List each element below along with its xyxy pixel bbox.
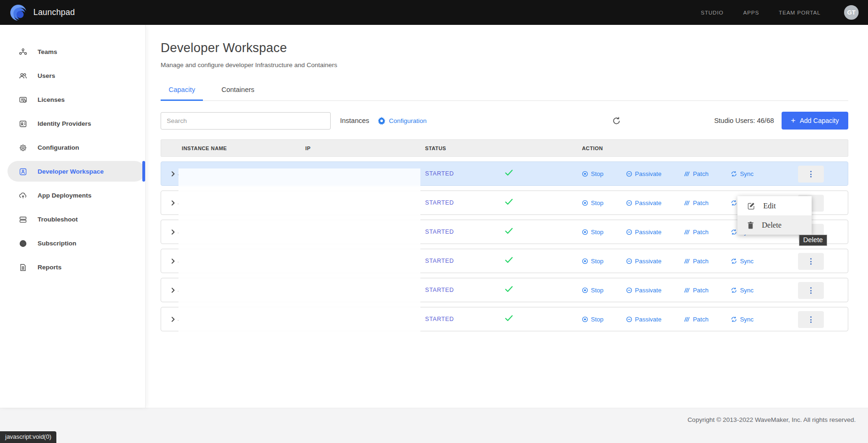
search-input[interactable] [161, 112, 331, 130]
svg-text:$: $ [22, 241, 24, 246]
redacted-text-fragment: .. [178, 200, 181, 205]
expand-chevron-icon[interactable] [170, 317, 176, 322]
passivate-action[interactable]: Passivate [626, 287, 661, 294]
patch-action[interactable]: Patch [684, 170, 708, 177]
tab-capacity[interactable]: Capacity [161, 81, 203, 101]
delete-trash-icon [747, 222, 754, 229]
sidebar-item-identity-providers[interactable]: Identity Providers [0, 112, 145, 136]
expand-chevron-icon[interactable] [170, 229, 176, 235]
page-title: Developer Workspace [161, 41, 848, 55]
nav-apps[interactable]: APPS [743, 10, 759, 15]
stop-icon [582, 171, 588, 177]
status-badge: STARTED [425, 199, 494, 206]
expand-chevron-icon[interactable] [170, 259, 176, 264]
sidebar-item-teams[interactable]: Teams [0, 40, 145, 64]
passivate-icon [626, 200, 632, 206]
sync-icon [731, 200, 737, 206]
menu-item-edit[interactable]: Edit [737, 196, 812, 215]
row-menu-button[interactable] [798, 253, 824, 270]
plus-icon: + [791, 116, 796, 125]
sync-icon [731, 229, 737, 235]
stop-action[interactable]: Stop [582, 199, 604, 206]
refresh-button[interactable] [612, 116, 621, 125]
status-badge: STARTED [425, 258, 494, 264]
patch-action[interactable]: Patch [684, 316, 708, 323]
sidebar-item-subscription[interactable]: $ Subscription [0, 231, 145, 255]
sync-action[interactable]: Sync [731, 316, 753, 323]
sync-icon [731, 316, 737, 322]
menu-item-label: Edit [763, 202, 776, 210]
sidebar-item-label: Teams [38, 48, 57, 55]
sidebar-item-app-deployments[interactable]: App Deployments [0, 183, 145, 207]
success-check-icon [494, 286, 582, 294]
table-header: INSTANCE NAME IP STATUS ACTION [161, 139, 848, 157]
sync-action[interactable]: Sync [731, 287, 753, 294]
redacted-text-fragment: .. [178, 229, 181, 234]
patch-action[interactable]: Patch [684, 258, 708, 265]
sidebar-item-configuration[interactable]: Configuration [0, 136, 145, 160]
patch-icon [684, 229, 690, 235]
refresh-icon [612, 116, 621, 125]
gear-icon [378, 117, 386, 125]
sync-icon [731, 258, 737, 264]
passivate-action[interactable]: Passivate [626, 258, 661, 265]
table-row: .. STARTED Stop Passivate Patch Sync [161, 249, 848, 273]
avatar[interactable]: GT [844, 5, 859, 20]
passivate-action[interactable]: Passivate [626, 229, 661, 236]
row-menu-button[interactable] [798, 166, 824, 183]
browser-status-bar: javascript:void(0) [0, 431, 56, 443]
stop-action[interactable]: Stop [582, 170, 604, 177]
stop-action[interactable]: Stop [582, 258, 604, 265]
sync-action[interactable]: Sync [731, 258, 753, 265]
stop-action[interactable]: Stop [582, 229, 604, 236]
sidebar-item-licenses[interactable]: Licenses [0, 88, 145, 112]
passivate-action[interactable]: Passivate [626, 170, 661, 177]
row-menu-button[interactable] [798, 282, 824, 299]
sync-action[interactable]: Sync [731, 170, 753, 177]
header-nav: STUDIO APPS TEAM PORTAL GT [701, 5, 859, 20]
troubleshoot-icon [19, 215, 27, 224]
expand-chevron-icon[interactable] [170, 200, 176, 206]
nav-team-portal[interactable]: TEAM PORTAL [779, 10, 821, 15]
expand-chevron-icon[interactable] [170, 288, 176, 293]
configuration-link[interactable]: Configuration [378, 117, 426, 125]
teams-icon [19, 48, 27, 56]
sidebar-item-label: App Deployments [38, 192, 92, 199]
expand-chevron-icon[interactable] [170, 171, 176, 176]
app-title: Launchpad [33, 8, 75, 17]
redacted-text-fragment: .. [178, 171, 181, 176]
sidebar-item-label: Configuration [38, 144, 79, 151]
patch-icon [684, 171, 690, 177]
studio-users-count: Studio Users: 46/68 [714, 117, 774, 124]
sidebar-item-reports[interactable]: Reports [0, 255, 145, 279]
passivate-icon [626, 287, 632, 293]
success-check-icon [494, 199, 582, 207]
patch-action[interactable]: Patch [684, 199, 708, 206]
stop-icon [582, 200, 588, 206]
patch-icon [684, 287, 690, 293]
stop-action[interactable]: Stop [582, 316, 604, 323]
row-menu-button[interactable] [798, 311, 824, 328]
tab-containers[interactable]: Containers [213, 81, 262, 100]
table-row: .. STARTED Stop Passivate Patch Sync [161, 307, 848, 331]
sidebar-item-label: Users [38, 72, 55, 79]
nav-studio[interactable]: STUDIO [701, 10, 723, 15]
sidebar-item-label: Identity Providers [38, 120, 91, 127]
column-status: STATUS [425, 145, 494, 151]
sidebar-item-users[interactable]: Users [0, 64, 145, 88]
add-capacity-button[interactable]: + Add Capacity [782, 112, 848, 130]
status-badge: STARTED [425, 287, 494, 293]
menu-item-delete[interactable]: Delete [737, 215, 812, 235]
passivate-action[interactable]: Passivate [626, 199, 661, 206]
column-instance-name: INSTANCE NAME [182, 145, 305, 151]
patch-action[interactable]: Patch [684, 287, 708, 294]
table-row: .. STARTED Stop Passivate Patch Sync [161, 161, 848, 186]
status-badge: STARTED [425, 316, 494, 322]
stop-action[interactable]: Stop [582, 287, 604, 294]
row-context-menu: Edit Delete [737, 196, 812, 235]
add-capacity-label: Add Capacity [800, 117, 839, 124]
passivate-action[interactable]: Passivate [626, 316, 661, 323]
sidebar-item-developer-workspace[interactable]: Developer Workspace [0, 160, 145, 183]
sidebar-item-troubleshoot[interactable]: Troubleshoot [0, 207, 145, 231]
patch-action[interactable]: Patch [684, 229, 708, 236]
